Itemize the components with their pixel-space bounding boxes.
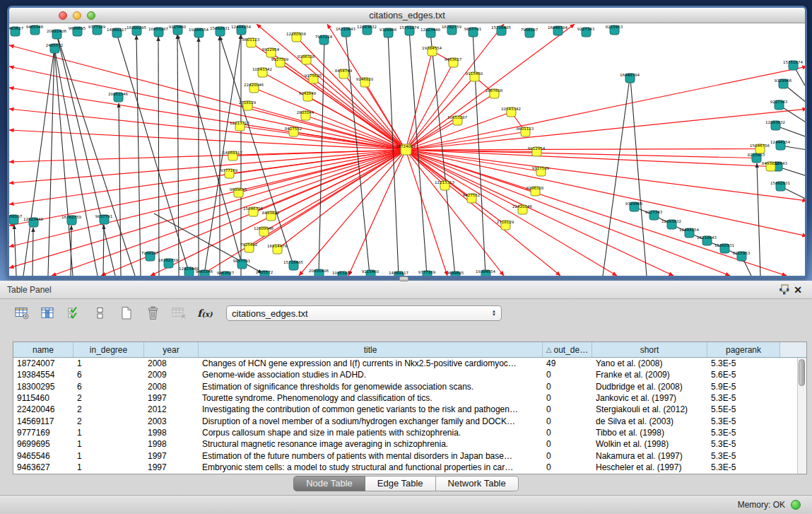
panel-splitter-handle[interactable] [399,276,408,281]
column-header-name[interactable]: name [13,342,73,357]
function-builder-icon[interactable]: f(x) [196,305,214,322]
table-cell[interactable]: 6 [73,370,144,380]
table-cell[interactable]: 0 [543,439,592,449]
table-cell[interactable]: 2008 [144,358,199,368]
graph-edge[interactable] [57,34,135,276]
scrollbar-thumb[interactable] [799,359,805,386]
graph-edge[interactable] [254,150,406,212]
graph-edge[interactable] [348,150,406,276]
table-cell[interactable]: 0 [543,404,592,414]
table-cell[interactable]: 0 [543,382,592,392]
graph-edge[interactable] [158,37,159,276]
table-cell[interactable]: 2003 [144,416,199,426]
graph-edge[interactable] [406,52,433,151]
table-cell[interactable]: 6 [73,382,144,392]
graph-edge[interactable] [9,45,406,150]
table-row[interactable]: 1872400712008Changes of HCN gene express… [13,358,797,369]
table-cell[interactable]: 1 [73,462,144,472]
table-cell[interactable]: Structural magnetic resonance image aver… [199,439,543,449]
table-cell[interactable]: 18724007 [13,358,73,368]
table-cell[interactable]: 49 [543,358,592,368]
network-canvas[interactable]: 9463627946554624055722069140696996959777… [9,24,805,276]
table-cell[interactable]: Genome-wide association studies in ADHD. [199,370,543,380]
table-cell[interactable]: 9115460 [13,393,73,403]
table-cell[interactable]: 1 [73,439,144,449]
graph-edge[interactable] [406,24,575,150]
table-cell[interactable]: 19384554 [13,370,73,380]
graph-edge[interactable] [54,48,98,276]
table-cell[interactable]: Disruption of a novel member of a sodium… [199,416,543,426]
table-cell[interactable]: 2008 [144,382,199,392]
table-row[interactable]: 1938455462009Genome-wide association stu… [13,369,797,380]
table-row[interactable]: 977716911998Corpus callosum shape and si… [13,427,797,438]
column-header-short[interactable]: short [592,342,707,357]
graph-edge[interactable] [406,24,504,150]
table-cell[interactable]: 5.3E-5 [707,393,780,403]
table-cell[interactable]: 1 [73,428,144,438]
graph-edge[interactable] [406,66,805,150]
graph-edge[interactable] [257,24,406,150]
delete-column-icon[interactable] [143,305,162,322]
graph-edge[interactable] [136,35,141,276]
column-header-pagerank[interactable]: pagerank [707,342,780,357]
tab-network-table[interactable]: Network Table [436,476,519,491]
table-cell[interactable]: Tourette syndrome. Phenomenology and cla… [199,393,543,403]
table-cell[interactable]: 2 [73,416,144,426]
graph-edge[interactable] [9,150,406,268]
graph-edge[interactable] [757,163,760,276]
column-header-out-de-[interactable]: △out_de… [543,342,592,357]
graph-edge[interactable] [33,228,33,276]
show-columns-icon[interactable] [39,305,57,322]
graph-edge[interactable] [406,94,495,151]
table-cell[interactable]: Changes of HCN gene expression and I(f) … [199,358,543,368]
table-cell[interactable]: 1997 [144,451,199,461]
graph-edge[interactable] [48,48,54,276]
table-cell[interactable]: 1 [73,451,144,461]
table-cell[interactable]: 9777169 [13,428,73,438]
table-cell[interactable]: 9463627 [13,462,73,472]
table-cell[interactable]: 0 [543,462,592,472]
table-cell[interactable]: 9465546 [13,451,73,461]
network-window-titlebar[interactable]: citations_edges.txt [9,8,805,23]
graph-edge[interactable] [239,150,406,193]
table-cell[interactable]: 1 [73,358,144,368]
float-panel-icon[interactable] [777,284,791,296]
graph-edge[interactable] [406,150,787,276]
table-cell[interactable]: 0 [543,428,592,438]
table-cell[interactable]: Dudbridge et al. (2008) [592,382,707,392]
table-cell[interactable]: 0 [543,370,592,380]
table-row[interactable]: 946554611997Estimation of the future num… [13,450,797,461]
table-row[interactable]: 2242004622012Investigating the contribut… [13,404,797,415]
table-cell[interactable]: 2 [73,393,144,403]
graph-edge[interactable] [406,132,526,151]
table-cell[interactable]: Investigating the contribution of common… [199,404,543,414]
select-columns-icon[interactable] [65,305,83,322]
graph-edge[interactable] [406,149,760,151]
table-cell[interactable]: Jankovic et al. (1997) [592,393,707,403]
column-header-year[interactable]: year [144,342,199,357]
minimize-window-button[interactable] [73,11,81,20]
new-file-icon[interactable] [117,305,136,322]
tab-edge-table[interactable]: Edge Table [365,476,436,491]
graph-edge[interactable] [23,48,54,276]
graph-edge[interactable] [14,225,16,276]
table-cell[interactable]: 0 [543,393,592,403]
graph-edge[interactable] [365,83,406,151]
table-cell[interactable]: 14569117 [13,416,73,426]
zoom-window-button[interactable] [87,11,95,20]
table-cell[interactable]: Hescheler et al. (1997) [592,462,707,472]
table-cell[interactable]: de Silva et al. (2003) [592,416,707,426]
table-cell[interactable]: 2 [73,404,144,414]
table-cell[interactable]: 9699695 [13,439,73,449]
table-vertical-scrollbar[interactable] [797,358,806,474]
table-cell[interactable]: Tibbo et al. (1998) [592,428,707,438]
column-header-in-degree[interactable]: in_degree [73,342,144,357]
table-row[interactable]: 1830029562008Estimation of significance … [13,381,797,392]
table-cell[interactable]: 5.3E-5 [707,428,780,438]
table-cell[interactable]: 5.6E-5 [707,370,780,380]
table-cell[interactable]: Estimation of the future numbers of pati… [199,451,543,461]
table-cell[interactable]: Nakamura et al. (1997) [592,451,707,461]
table-cell[interactable]: 5.9E-5 [707,382,780,392]
graph-edge[interactable] [9,150,406,183]
graph-edge[interactable] [103,225,104,276]
